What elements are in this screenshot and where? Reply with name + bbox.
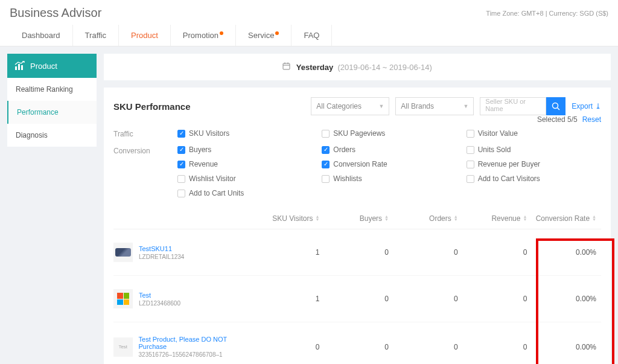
cell-value: 0 — [324, 343, 393, 351]
product-name[interactable]: Test Product, Please DO NOT Purchase — [139, 336, 255, 350]
metric-orders[interactable]: Orders — [322, 145, 456, 154]
metric-sku-visitors[interactable]: SKU Visitors — [177, 129, 312, 138]
metric-add-to-cart-visitors[interactable]: Add to Cart Visitors — [467, 174, 601, 183]
metric-label: Add to Cart Visitors — [478, 174, 540, 183]
checkbox[interactable] — [322, 130, 330, 138]
product-thumbnail — [113, 243, 133, 262]
sidebar-item-realtime-ranking[interactable]: Realtime Ranking — [7, 78, 97, 101]
export-link[interactable]: Export ⤓ — [572, 102, 601, 110]
conversion-label: Conversion — [113, 145, 168, 197]
metric-conversion-rate[interactable]: Conversion Rate — [322, 160, 456, 168]
product-sku: LZD123468600 — [139, 300, 180, 307]
checkbox[interactable] — [322, 175, 330, 183]
download-icon: ⤓ — [595, 102, 601, 110]
cell-value: 0 — [255, 343, 325, 351]
tab-service[interactable]: Service — [236, 25, 291, 46]
sort-icon: ▲▼ — [454, 216, 458, 222]
metric-label: Units Sold — [478, 145, 511, 154]
checkbox[interactable] — [177, 190, 185, 197]
traffic-label: Traffic — [113, 129, 168, 138]
cell-value: 1 — [255, 295, 325, 303]
tab-traffic[interactable]: Traffic — [73, 25, 119, 46]
panel-title: SKU Performance — [113, 101, 305, 112]
metric-label: Wishlist Visitor — [189, 174, 236, 183]
column-header[interactable]: Revenue▲▼ — [463, 214, 532, 223]
brands-select[interactable]: All Brands▼ — [395, 97, 474, 115]
checkbox[interactable] — [177, 130, 185, 138]
svg-line-8 — [558, 108, 560, 110]
chevron-down-icon: ▼ — [378, 103, 384, 109]
checkbox[interactable] — [467, 130, 474, 138]
checkbox[interactable] — [467, 175, 474, 183]
svg-rect-0 — [15, 66, 17, 70]
checkbox[interactable] — [322, 146, 330, 154]
product-name[interactable]: Test — [139, 292, 180, 299]
product-sku: LZDRETAIL1234 — [139, 254, 184, 260]
cell-value: 0 — [463, 343, 532, 351]
checkbox[interactable] — [322, 161, 330, 168]
metric-sku-pageviews[interactable]: SKU Pageviews — [322, 129, 456, 138]
notification-dot — [220, 31, 223, 35]
table-row: TestTest Product, Please DO NOT Purchase… — [113, 322, 601, 364]
metric-units-sold[interactable]: Units Sold — [467, 145, 601, 154]
cell-value: 0 — [463, 248, 532, 257]
metric-revenue[interactable]: Revenue — [177, 160, 312, 168]
selected-count: Selected 5/5 — [537, 115, 578, 124]
cell-value: 0 — [324, 295, 393, 303]
search-input[interactable]: Seller SKU or Name — [480, 97, 546, 115]
metric-visitor-value[interactable]: Visitor Value — [467, 129, 601, 138]
cell-value: 0 — [393, 248, 463, 257]
metric-wishlists[interactable]: Wishlists — [322, 174, 456, 183]
notification-dot — [275, 31, 279, 35]
sort-icon: ▲▼ — [592, 216, 596, 222]
sort-icon: ▲▼ — [384, 216, 389, 222]
product-sku: 323516726–1556247866708–1 — [139, 351, 255, 358]
metric-label: Orders — [333, 145, 355, 154]
checkbox[interactable] — [177, 146, 185, 154]
cell-value: 1 — [255, 248, 325, 257]
svg-point-7 — [553, 103, 558, 109]
reset-link[interactable]: Reset — [582, 115, 601, 124]
sidebar-header: Product — [7, 54, 97, 78]
cell-value: 0 — [463, 295, 532, 303]
svg-rect-1 — [18, 64, 20, 70]
product-name[interactable]: TestSKU11 — [139, 245, 184, 252]
column-header[interactable]: Orders▲▼ — [393, 214, 463, 223]
metric-label: Conversion Rate — [333, 160, 387, 168]
metric-add-to-cart-units[interactable]: Add to Cart Units — [177, 189, 312, 197]
metric-label: Add to Cart Units — [189, 189, 244, 197]
sidebar-item-diagnosis[interactable]: Diagnosis — [7, 124, 97, 147]
tab-dashboard[interactable]: Dashboard — [10, 25, 73, 46]
date-range-bar[interactable]: Yesterday (2019-06-14 ~ 2019-06-14) — [104, 54, 611, 80]
timezone-currency: Time Zone: GMT+8 | Currency: SGD (S$) — [486, 10, 608, 17]
metric-label: Revenue per Buyer — [478, 160, 540, 168]
metric-buyers[interactable]: Buyers — [177, 145, 312, 154]
calendar-icon — [282, 62, 290, 72]
column-header[interactable]: SKU Visitors▲▼ — [255, 214, 325, 223]
metric-label: SKU Pageviews — [333, 129, 385, 138]
metric-label: SKU Visitors — [189, 129, 229, 138]
column-header[interactable]: Buyers▲▼ — [324, 214, 393, 223]
svg-rect-2 — [21, 65, 23, 70]
metric-label: Wishlists — [333, 174, 362, 183]
chevron-down-icon: ▼ — [463, 103, 468, 109]
search-button[interactable] — [546, 97, 565, 115]
categories-select[interactable]: All Categories▼ — [311, 97, 389, 115]
metric-label: Visitor Value — [478, 129, 518, 138]
chart-icon — [14, 61, 25, 71]
column-header[interactable]: Conversion Rate▲▼ — [532, 214, 601, 223]
checkbox[interactable] — [467, 161, 474, 168]
tab-faq[interactable]: FAQ — [291, 25, 332, 46]
checkbox[interactable] — [467, 146, 474, 154]
cell-value: 0 — [393, 295, 463, 303]
metric-wishlist-visitor[interactable]: Wishlist Visitor — [177, 174, 312, 183]
checkbox[interactable] — [177, 161, 185, 168]
tab-product[interactable]: Product — [119, 25, 171, 46]
svg-rect-3 — [283, 63, 290, 69]
checkbox[interactable] — [177, 175, 185, 183]
main-tabs: DashboardTrafficProductPromotionServiceF… — [10, 25, 608, 46]
tab-promotion[interactable]: Promotion — [171, 25, 236, 46]
app-title: Business Advisor — [10, 6, 101, 20]
sidebar-item-performance[interactable]: Performance — [7, 101, 97, 124]
metric-revenue-per-buyer[interactable]: Revenue per Buyer — [467, 160, 601, 168]
